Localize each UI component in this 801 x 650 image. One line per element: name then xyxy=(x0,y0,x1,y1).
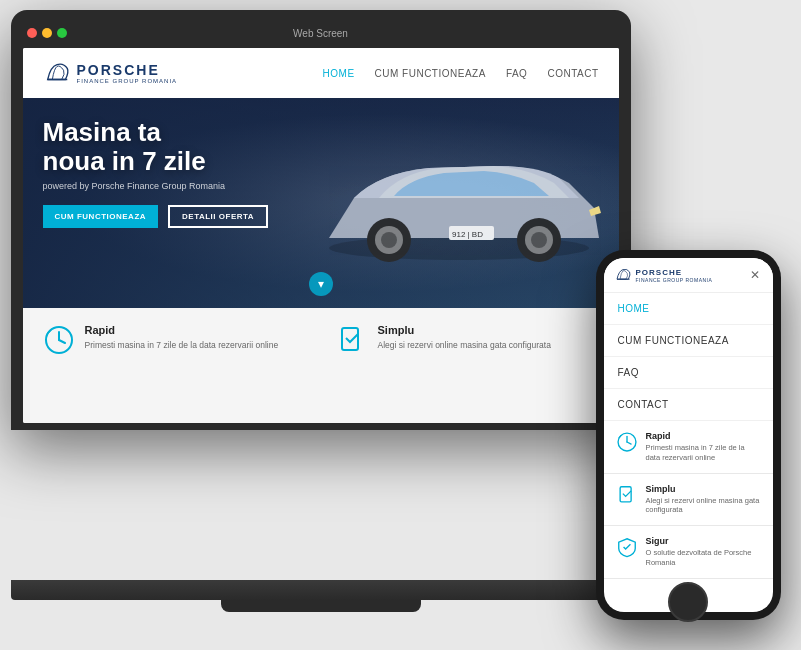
cum-functioneaza-button[interactable]: CUM FUNCTIONEAZA xyxy=(43,205,159,228)
hero-title: Masina ta noua in 7 zile xyxy=(43,118,269,175)
phone-home-button[interactable] xyxy=(668,582,708,622)
website: PORSCHE FINANCE GROUP ROMANIA HOME CUM F… xyxy=(23,48,619,423)
feature-rapid-desc: Primesti masina in 7 zile de la data rez… xyxy=(85,340,279,352)
logo-sub-text: FINANCE GROUP ROMANIA xyxy=(77,78,178,84)
dot-green[interactable] xyxy=(57,28,67,38)
hero-buttons: CUM FUNCTIONEAZA DETALII OFERTA xyxy=(43,205,269,228)
hero-subtitle: powered by Porsche Finance Group Romania xyxy=(43,181,269,191)
phone-feature-rapid: Rapid Primesti masina in 7 zile de la da… xyxy=(604,421,773,474)
feature-simplu-title: Simplu xyxy=(378,324,551,336)
nav-link-faq[interactable]: FAQ xyxy=(506,68,528,79)
phone-feature-simplu-text: Simplu Alegi si rezervi online masina ga… xyxy=(646,484,761,516)
phone-logo: PORSCHE FINANCE GROUP ROMANIA xyxy=(614,266,713,284)
phone-feature-simplu-desc: Alegi si rezervi online masina gata conf… xyxy=(646,496,761,516)
laptop-dots xyxy=(27,28,67,38)
phone-device: PORSCHE FINANCE GROUP ROMANIA ✕ HOME CUM… xyxy=(596,250,781,620)
phone-feature-simplu-title: Simplu xyxy=(646,484,761,494)
phone-features: Rapid Primesti masina in 7 zile de la da… xyxy=(604,421,773,579)
laptop-title-text: Web Screen xyxy=(293,28,348,39)
phone-feature-rapid-text: Rapid Primesti masina in 7 zile de la da… xyxy=(646,431,761,463)
svg-rect-13 xyxy=(342,328,358,350)
phone-menu: HOME CUM FUNCTIONEAZA FAQ CONTACT xyxy=(604,293,773,421)
phone-menu-cum[interactable]: CUM FUNCTIONEAZA xyxy=(604,325,773,357)
phone-feature-rapid-desc: Primesti masina in 7 zile de la data rez… xyxy=(646,443,761,463)
phone-feature-sigur: Sigur O solutie dezvoltata de Porsche Ro… xyxy=(604,526,773,579)
phone-document-check-icon xyxy=(616,484,638,506)
hero-title-line2: noua in 7 zile xyxy=(43,146,206,176)
detalii-oferta-button[interactable]: DETALII OFERTA xyxy=(168,205,268,228)
phone-feature-simplu: Simplu Alegi si rezervi online masina ga… xyxy=(604,474,773,527)
feature-rapid: Rapid Primesti masina in 7 zile de la da… xyxy=(43,324,306,407)
phone-feature-rapid-title: Rapid xyxy=(646,431,761,441)
feature-rapid-text: Rapid Primesti masina in 7 zile de la da… xyxy=(85,324,279,352)
laptop-device: Web Screen PORSCHE xyxy=(11,10,631,600)
close-menu-button[interactable]: ✕ xyxy=(747,267,763,283)
phone-menu-contact[interactable]: CONTACT xyxy=(604,389,773,421)
svg-line-12 xyxy=(59,340,65,343)
feature-rapid-title: Rapid xyxy=(85,324,279,336)
nav-link-home[interactable]: HOME xyxy=(323,68,355,79)
laptop-titlebar: Web Screen xyxy=(23,22,619,44)
feature-simplu: Simplu Alegi si rezervi online masina ga… xyxy=(336,324,599,407)
phone-feature-sigur-desc: O solutie dezvoltata de Porsche Romania xyxy=(646,548,761,568)
logo-text: PORSCHE FINANCE GROUP ROMANIA xyxy=(77,62,178,84)
phone-shield-icon xyxy=(616,536,638,558)
phone-menu-faq[interactable]: FAQ xyxy=(604,357,773,389)
phone-feature-sigur-text: Sigur O solutie dezvoltata de Porsche Ro… xyxy=(646,536,761,568)
clock-icon xyxy=(43,324,75,356)
logo-main-text: PORSCHE xyxy=(77,62,178,78)
phone-logo-icon xyxy=(614,266,632,284)
phone-frame: PORSCHE FINANCE GROUP ROMANIA ✕ HOME CUM… xyxy=(596,250,781,620)
feature-simplu-text: Simplu Alegi si rezervi online masina ga… xyxy=(378,324,551,352)
dot-red[interactable] xyxy=(27,28,37,38)
laptop-foot xyxy=(221,600,421,612)
laptop-base xyxy=(11,580,631,600)
hero-text-block: Masina ta noua in 7 zile powered by Pors… xyxy=(43,118,269,228)
features-section: Rapid Primesti masina in 7 zile de la da… xyxy=(23,308,619,423)
phone-menu-home[interactable]: HOME xyxy=(604,293,773,325)
svg-text:912 | BD: 912 | BD xyxy=(452,230,483,239)
phone-clock-icon xyxy=(616,431,638,453)
svg-line-17 xyxy=(627,442,631,444)
svg-point-7 xyxy=(531,232,547,248)
hero-car-image: 912 | BD xyxy=(299,118,619,288)
scene: Web Screen PORSCHE xyxy=(11,10,791,640)
phone-logo-sub: FINANCE GROUP ROMANIA xyxy=(636,277,713,283)
porsche-logo-icon xyxy=(43,59,71,87)
feature-simplu-desc: Alegi si rezervi online masina gata conf… xyxy=(378,340,551,352)
document-check-icon xyxy=(336,324,368,356)
navbar: PORSCHE FINANCE GROUP ROMANIA HOME CUM F… xyxy=(23,48,619,98)
nav-link-cum[interactable]: CUM FUNCTIONEAZA xyxy=(375,68,486,79)
phone-navbar: PORSCHE FINANCE GROUP ROMANIA ✕ xyxy=(604,258,773,293)
laptop-screen: PORSCHE FINANCE GROUP ROMANIA HOME CUM F… xyxy=(23,48,619,423)
nav-links: HOME CUM FUNCTIONEAZA FAQ CONTACT xyxy=(323,68,599,79)
svg-rect-18 xyxy=(620,486,631,501)
phone-screen: PORSCHE FINANCE GROUP ROMANIA ✕ HOME CUM… xyxy=(604,258,773,612)
svg-point-4 xyxy=(381,232,397,248)
phone-feature-sigur-title: Sigur xyxy=(646,536,761,546)
nav-link-contact[interactable]: CONTACT xyxy=(547,68,598,79)
phone-logo-text: PORSCHE FINANCE GROUP ROMANIA xyxy=(636,268,713,283)
nav-logo: PORSCHE FINANCE GROUP ROMANIA xyxy=(43,59,178,87)
hero-scroll-button[interactable]: ▾ xyxy=(309,272,333,296)
hero-section: 912 | BD Masina ta noua in 7 zile powere… xyxy=(23,98,619,308)
hero-title-line1: Masina ta xyxy=(43,117,162,147)
dot-yellow[interactable] xyxy=(42,28,52,38)
phone-logo-main: PORSCHE xyxy=(636,268,713,277)
chevron-down-icon: ▾ xyxy=(318,277,324,291)
laptop-frame: Web Screen PORSCHE xyxy=(11,10,631,430)
close-icon: ✕ xyxy=(750,268,760,282)
